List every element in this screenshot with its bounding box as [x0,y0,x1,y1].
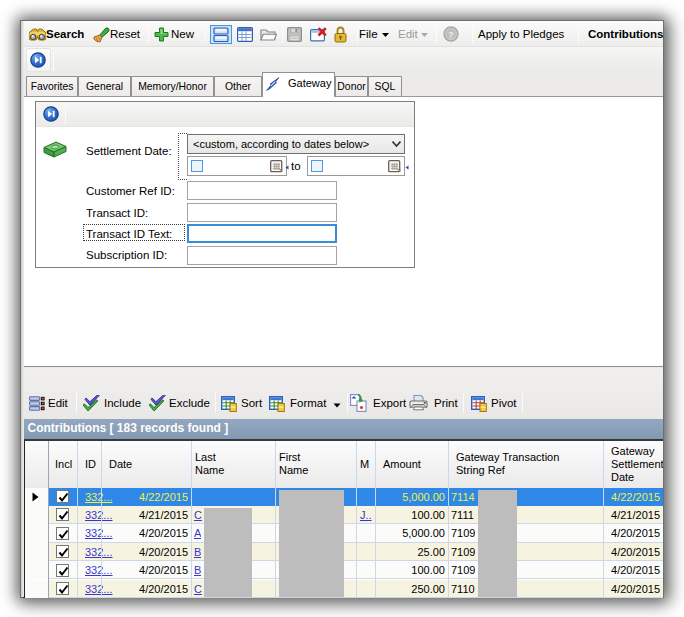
svg-text:?: ? [448,29,454,40]
